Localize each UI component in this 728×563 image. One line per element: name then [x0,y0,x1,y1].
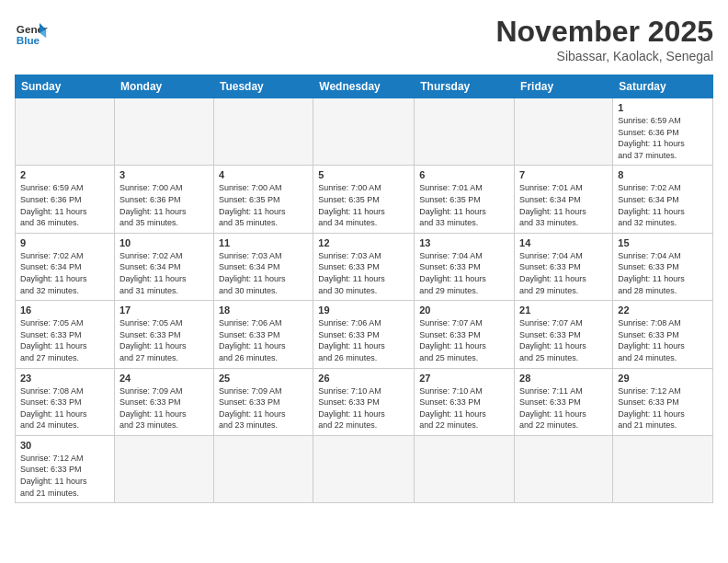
calendar-cell: 26Sunrise: 7:10 AM Sunset: 6:33 PM Dayli… [313,368,415,435]
day-number: 18 [219,304,308,316]
calendar-week-row: 1Sunrise: 6:59 AM Sunset: 6:36 PM Daylig… [16,98,713,166]
calendar-cell: 24Sunrise: 7:09 AM Sunset: 6:33 PM Dayli… [114,368,213,435]
calendar-cell: 8Sunrise: 7:02 AM Sunset: 6:34 PM Daylig… [613,166,713,233]
day-number: 12 [318,237,409,248]
calendar-cell: 12Sunrise: 7:03 AM Sunset: 6:33 PM Dayli… [313,233,415,300]
calendar-cell: 4Sunrise: 7:00 AM Sunset: 6:35 PM Daylig… [213,166,313,233]
day-number: 4 [219,169,308,180]
day-info: Sunrise: 6:59 AM Sunset: 6:36 PM Dayligh… [618,115,708,161]
calendar-week-row: 9Sunrise: 7:02 AM Sunset: 6:34 PM Daylig… [16,233,713,300]
day-info: Sunrise: 7:01 AM Sunset: 6:34 PM Dayligh… [519,182,608,228]
day-info: Sunrise: 7:09 AM Sunset: 6:33 PM Dayligh… [219,385,308,431]
col-header-wednesday: Wednesday [313,75,415,98]
day-number: 7 [519,169,608,180]
calendar-cell [515,98,613,166]
day-info: Sunrise: 7:05 AM Sunset: 6:33 PM Dayligh… [119,317,209,363]
calendar-cell [16,98,115,166]
calendar-cell: 11Sunrise: 7:03 AM Sunset: 6:34 PM Dayli… [213,233,313,300]
day-number: 30 [20,440,109,451]
calendar-week-row: 30Sunrise: 7:12 AM Sunset: 6:33 PM Dayli… [16,435,713,502]
day-number: 5 [318,169,409,180]
calendar-cell: 23Sunrise: 7:08 AM Sunset: 6:33 PM Dayli… [16,368,115,435]
col-header-saturday: Saturday [613,75,713,98]
calendar-cell: 16Sunrise: 7:05 AM Sunset: 6:33 PM Dayli… [16,301,115,368]
day-info: Sunrise: 7:00 AM Sunset: 6:36 PM Dayligh… [119,182,209,228]
day-info: Sunrise: 7:02 AM Sunset: 6:34 PM Dayligh… [20,250,109,296]
col-header-tuesday: Tuesday [213,75,313,98]
col-header-thursday: Thursday [415,75,515,98]
calendar-cell [213,435,313,502]
day-number: 17 [119,304,209,316]
col-header-sunday: Sunday [16,75,115,98]
day-info: Sunrise: 7:02 AM Sunset: 6:34 PM Dayligh… [618,182,708,228]
day-number: 27 [419,373,509,384]
day-number: 23 [20,373,109,384]
day-info: Sunrise: 7:04 AM Sunset: 6:33 PM Dayligh… [419,250,509,296]
day-info: Sunrise: 7:04 AM Sunset: 6:33 PM Dayligh… [618,250,708,296]
calendar-cell: 6Sunrise: 7:01 AM Sunset: 6:35 PM Daylig… [415,166,515,233]
calendar-cell: 5Sunrise: 7:00 AM Sunset: 6:35 PM Daylig… [313,166,415,233]
calendar-cell: 18Sunrise: 7:06 AM Sunset: 6:33 PM Dayli… [213,301,313,368]
calendar-cell [415,435,515,502]
calendar-cell: 9Sunrise: 7:02 AM Sunset: 6:34 PM Daylig… [16,233,115,300]
day-number: 29 [618,373,708,384]
day-info: Sunrise: 7:09 AM Sunset: 6:33 PM Dayligh… [119,385,209,431]
day-info: Sunrise: 7:02 AM Sunset: 6:34 PM Dayligh… [119,250,209,296]
calendar-cell [114,98,213,166]
day-info: Sunrise: 7:07 AM Sunset: 6:33 PM Dayligh… [419,317,509,363]
day-info: Sunrise: 7:06 AM Sunset: 6:33 PM Dayligh… [318,317,409,363]
day-number: 22 [618,304,708,316]
calendar-cell: 21Sunrise: 7:07 AM Sunset: 6:33 PM Dayli… [515,301,613,368]
calendar-cell [213,98,313,166]
calendar-week-row: 23Sunrise: 7:08 AM Sunset: 6:33 PM Dayli… [16,368,713,435]
day-number: 26 [318,373,409,384]
day-number: 20 [419,304,509,316]
day-info: Sunrise: 7:00 AM Sunset: 6:35 PM Dayligh… [318,182,409,228]
day-number: 21 [519,304,608,316]
day-info: Sunrise: 7:07 AM Sunset: 6:33 PM Dayligh… [519,317,608,363]
day-info: Sunrise: 7:12 AM Sunset: 6:33 PM Dayligh… [20,453,109,499]
day-number: 16 [20,304,109,316]
day-number: 28 [519,373,608,384]
calendar-cell: 20Sunrise: 7:07 AM Sunset: 6:33 PM Dayli… [415,301,515,368]
logo: General Blue [15,15,48,48]
day-info: Sunrise: 7:10 AM Sunset: 6:33 PM Dayligh… [318,385,409,431]
day-info: Sunrise: 7:10 AM Sunset: 6:33 PM Dayligh… [419,385,509,431]
calendar-cell: 25Sunrise: 7:09 AM Sunset: 6:33 PM Dayli… [213,368,313,435]
calendar-cell: 19Sunrise: 7:06 AM Sunset: 6:33 PM Dayli… [313,301,415,368]
calendar-cell [613,435,713,502]
day-number: 9 [20,237,109,248]
day-info: Sunrise: 7:05 AM Sunset: 6:33 PM Dayligh… [20,317,109,363]
day-info: Sunrise: 7:12 AM Sunset: 6:33 PM Dayligh… [618,385,708,431]
calendar-cell: 27Sunrise: 7:10 AM Sunset: 6:33 PM Dayli… [415,368,515,435]
day-info: Sunrise: 7:06 AM Sunset: 6:33 PM Dayligh… [219,317,308,363]
day-number: 2 [20,169,109,180]
day-number: 19 [318,304,409,316]
day-info: Sunrise: 7:00 AM Sunset: 6:35 PM Dayligh… [219,182,308,228]
day-info: Sunrise: 7:11 AM Sunset: 6:33 PM Dayligh… [519,385,608,431]
logo-icon: General Blue [15,15,48,48]
calendar-cell: 30Sunrise: 7:12 AM Sunset: 6:33 PM Dayli… [16,435,115,502]
day-number: 1 [618,102,708,113]
calendar-cell: 1Sunrise: 6:59 AM Sunset: 6:36 PM Daylig… [613,98,713,166]
day-info: Sunrise: 7:04 AM Sunset: 6:33 PM Dayligh… [519,250,608,296]
location: Sibassar, Kaolack, Senegal [495,49,713,63]
day-info: Sunrise: 6:59 AM Sunset: 6:36 PM Dayligh… [20,182,109,228]
calendar-cell: 3Sunrise: 7:00 AM Sunset: 6:36 PM Daylig… [114,166,213,233]
day-info: Sunrise: 7:03 AM Sunset: 6:34 PM Dayligh… [219,250,308,296]
calendar-cell [313,98,415,166]
calendar-cell: 22Sunrise: 7:08 AM Sunset: 6:33 PM Dayli… [613,301,713,368]
day-info: Sunrise: 7:08 AM Sunset: 6:33 PM Dayligh… [20,385,109,431]
month-title: November 2025 [495,15,713,49]
calendar-table: SundayMondayTuesdayWednesdayThursdayFrid… [15,75,713,503]
calendar-cell: 14Sunrise: 7:04 AM Sunset: 6:33 PM Dayli… [515,233,613,300]
col-header-friday: Friday [515,75,613,98]
calendar-cell [313,435,415,502]
day-number: 10 [119,237,209,248]
day-number: 8 [618,169,708,180]
calendar-cell: 7Sunrise: 7:01 AM Sunset: 6:34 PM Daylig… [515,166,613,233]
title-block: November 2025 Sibassar, Kaolack, Senegal [495,15,713,63]
calendar-cell: 13Sunrise: 7:04 AM Sunset: 6:33 PM Dayli… [415,233,515,300]
calendar-week-row: 2Sunrise: 6:59 AM Sunset: 6:36 PM Daylig… [16,166,713,233]
svg-text:Blue: Blue [17,34,40,46]
